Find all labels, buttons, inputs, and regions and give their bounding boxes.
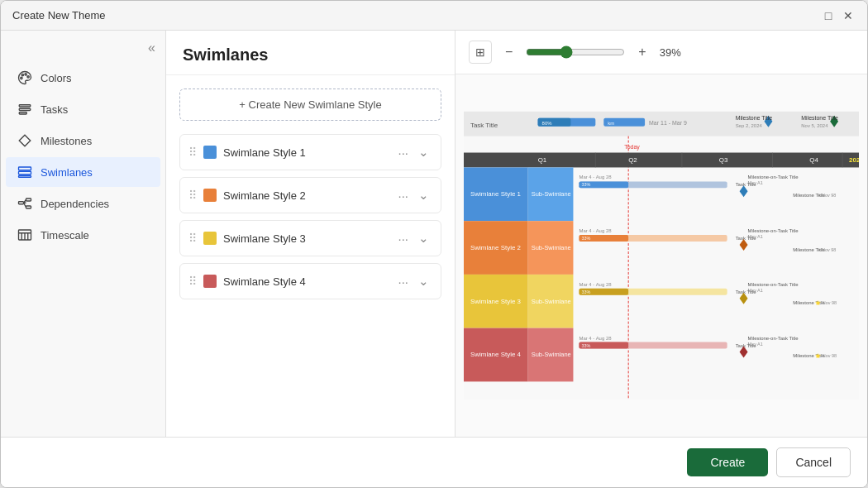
collapse-icon: « [148, 41, 155, 55]
svg-text:May A1: May A1 [748, 234, 763, 239]
svg-text:80%: 80% [542, 121, 553, 126]
sidebar-tasks-label: Tasks [41, 103, 68, 116]
preview-area: ⊞ − + 39% Task Title 80% [455, 31, 867, 437]
style-more-button-3[interactable]: ··· [394, 230, 412, 247]
sidebar: « Colors [1, 31, 166, 437]
svg-rect-5 [19, 108, 31, 110]
svg-text:Milestone-on-Task Title: Milestone-on-Task Title [748, 175, 799, 179]
dialog-body: « Colors [1, 31, 867, 437]
cancel-button[interactable]: Cancel [776, 447, 851, 477]
sidebar-item-milestones[interactable]: Milestones [6, 126, 160, 155]
sidebar-item-colors[interactable]: Colors [6, 63, 160, 93]
style-expand-button-3[interactable]: ⌄ [415, 229, 432, 247]
style-more-button-2[interactable]: ··· [394, 187, 412, 204]
color-swatch-4 [203, 275, 217, 288]
svg-point-1 [27, 76, 29, 78]
svg-text:Swimlane Style 3: Swimlane Style 3 [470, 298, 522, 305]
style-actions-1: ··· ⌄ [394, 143, 432, 161]
style-more-button-4[interactable]: ··· [394, 273, 412, 290]
zoom-slider[interactable] [526, 45, 625, 59]
milestones-icon [17, 133, 32, 148]
sidebar-item-dependencies[interactable]: Dependencies [6, 189, 160, 218]
svg-rect-11 [19, 202, 24, 204]
swimlane-style-item-1: Swimlane Style 1 ··· ⌄ [179, 134, 441, 170]
svg-text:Milestone Title: Milestone Title [736, 115, 773, 121]
style-label-3: Swimlane Style 3 [223, 232, 388, 245]
svg-text:Task Title: Task Title [470, 122, 498, 129]
zoom-out-button[interactable]: − [500, 43, 517, 61]
palette-icon [17, 70, 32, 85]
create-button[interactable]: Create [687, 448, 768, 476]
style-more-button-1[interactable]: ··· [394, 144, 412, 161]
svg-text:May A1: May A1 [748, 288, 763, 293]
svg-text:33%: 33% [581, 182, 590, 187]
svg-text:● Nov 98: ● Nov 98 [818, 247, 836, 252]
svg-rect-9 [19, 171, 31, 175]
svg-text:May A1: May A1 [748, 180, 763, 185]
drag-handle-1[interactable] [188, 146, 197, 159]
svg-text:Sub-Swimlane: Sub-Swimlane [532, 298, 571, 305]
swimlane-style-item-4: Swimlane Style 4 ··· ⌄ [179, 263, 441, 299]
main-body: + Create New Swimlane Style Swimlane Sty… [166, 75, 455, 437]
sidebar-timescale-label: Timescale [41, 229, 89, 242]
svg-text:Sub-Swimlane: Sub-Swimlane [532, 244, 571, 251]
svg-text:⭐ Nov 98: ⭐ Nov 98 [815, 352, 837, 359]
sidebar-item-swimlanes[interactable]: Swimlanes [6, 157, 160, 187]
style-label-4: Swimlane Style 4 [223, 275, 388, 288]
svg-text:33%: 33% [581, 289, 590, 294]
swimlane-style-item-2: Swimlane Style 2 ··· ⌄ [179, 177, 441, 213]
sidebar-collapse-button[interactable]: « [1, 37, 165, 62]
table-view-button[interactable]: ⊞ [469, 41, 492, 64]
svg-marker-7 [19, 135, 31, 146]
color-swatch-2 [203, 189, 217, 202]
style-expand-button-4[interactable]: ⌄ [415, 272, 432, 290]
style-actions-4: ··· ⌄ [394, 272, 432, 290]
color-swatch-1 [203, 146, 217, 159]
drag-handle-4[interactable] [188, 275, 197, 288]
sidebar-swimlanes-label: Swimlanes [41, 166, 93, 179]
svg-rect-10 [19, 176, 31, 178]
close-button[interactable]: ✕ [841, 8, 856, 23]
sidebar-dependencies-label: Dependencies [41, 198, 109, 210]
svg-point-2 [21, 74, 23, 76]
swimlanes-icon [17, 165, 32, 179]
preview-canvas: Task Title 80% km Mar 11 - Mar 9 Milesto… [455, 74, 867, 437]
svg-rect-6 [19, 112, 26, 114]
dependencies-icon [17, 196, 32, 211]
svg-rect-4 [19, 105, 31, 107]
svg-text:Mar 4 - Aug 28: Mar 4 - Aug 28 [579, 175, 612, 179]
timescale-icon [17, 227, 32, 242]
style-expand-button-2[interactable]: ⌄ [415, 186, 432, 204]
maximize-button[interactable]: □ [821, 8, 836, 23]
zoom-value-label: 39% [660, 46, 691, 59]
preview-toolbar: ⊞ − + 39% [455, 31, 867, 74]
tasks-icon [17, 102, 32, 117]
main-content-panel: Swimlanes + Create New Swimlane Style Sw… [166, 31, 455, 437]
title-bar: Create New Theme □ ✕ [1, 1, 867, 31]
title-bar-controls: □ ✕ [821, 8, 856, 23]
svg-text:33%: 33% [581, 236, 590, 241]
drag-handle-3[interactable] [188, 232, 197, 245]
svg-text:● Nov 98: ● Nov 98 [818, 193, 836, 198]
dialog-footer: Create Cancel [1, 437, 867, 487]
svg-text:Swimlane Style 1: Swimlane Style 1 [470, 190, 522, 198]
sidebar-item-tasks[interactable]: Tasks [6, 94, 160, 124]
create-swimlane-style-button[interactable]: + Create New Swimlane Style [179, 89, 441, 121]
svg-text:Sep 2, 2024: Sep 2, 2024 [736, 123, 763, 128]
svg-text:Milestone-on-Task Title: Milestone-on-Task Title [748, 336, 799, 341]
svg-text:Q1: Q1 [538, 156, 547, 164]
svg-text:May A1: May A1 [748, 342, 763, 347]
svg-text:Milestone-on-Task Title: Milestone-on-Task Title [748, 282, 799, 287]
svg-text:Mar 4 - Aug 28: Mar 4 - Aug 28 [579, 336, 612, 341]
maximize-icon: □ [825, 9, 832, 22]
zoom-in-button[interactable]: + [633, 43, 651, 61]
sidebar-item-timescale[interactable]: Timescale [6, 220, 160, 250]
svg-text:Mar 11 - Mar 9: Mar 11 - Mar 9 [649, 120, 687, 126]
close-icon: ✕ [843, 9, 853, 22]
style-expand-button-1[interactable]: ⌄ [415, 143, 432, 161]
svg-rect-12 [26, 199, 31, 201]
create-theme-dialog: Create New Theme □ ✕ « [0, 0, 868, 488]
svg-text:2024: 2024 [849, 156, 859, 164]
drag-handle-2[interactable] [188, 189, 197, 202]
svg-text:Today: Today [624, 144, 640, 151]
